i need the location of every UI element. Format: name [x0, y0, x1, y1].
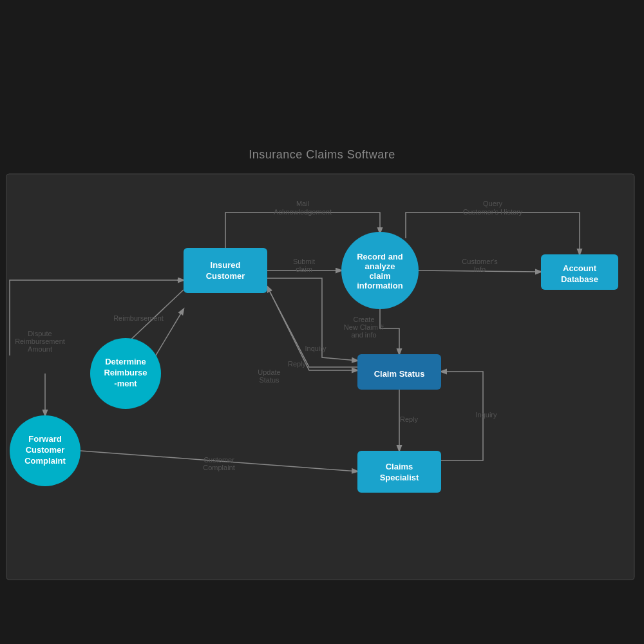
update-status-label2: Status	[259, 376, 279, 384]
mail-ack-label: Mail	[296, 200, 309, 207]
create-claim-label: Create	[353, 316, 374, 323]
dispute-label: Dispute	[28, 330, 52, 337]
inquiry1-label: Inquiry	[305, 345, 327, 352]
query-history-label: Query	[483, 200, 502, 207]
customers-info-label: Customer's	[462, 258, 498, 265]
customer-complaint-label2: Complaint	[203, 464, 235, 471]
claims-specialist-label1: Claims	[386, 462, 413, 471]
create-claim-label3: and info	[351, 331, 376, 339]
forward-complaint-label3: Complaint	[24, 456, 66, 466]
determine-reimbursement-label3: -ment	[114, 379, 137, 388]
claims-specialist-node[interactable]	[357, 451, 441, 493]
record-analyze-label4: information	[357, 281, 403, 290]
record-analyze-label3: claim	[369, 271, 390, 281]
reply1-label: Reply	[288, 360, 307, 368]
dispute-label2: Reimbursement	[15, 337, 65, 345]
record-analyze-label2: analyze	[365, 261, 395, 271]
determine-reimbursement-label2: Reimburse	[104, 368, 147, 377]
mail-ack-label2: Acknowledgement	[274, 208, 332, 216]
insured-customer-label1: Insured	[211, 260, 241, 270]
record-analyze-label1: Record and	[357, 252, 403, 261]
insured-customer-node[interactable]	[184, 248, 267, 293]
customer-complaint-label: Customer	[204, 456, 234, 464]
claims-specialist-label2: Specialist	[380, 473, 419, 482]
create-claim-label2: New Claim #	[344, 323, 384, 331]
reply2-label: Reply	[400, 415, 419, 423]
dispute-label3: Amount	[28, 345, 52, 353]
diagram-canvas: Insurance Claims Software	[0, 0, 644, 644]
determine-reimbursement-label1: Determine	[105, 357, 146, 366]
submit-claim-label: Submit	[293, 258, 315, 265]
forward-complaint-label2: Customer	[26, 445, 65, 455]
insured-customer-label2: Customer	[206, 271, 245, 281]
account-database-label1: Account	[563, 263, 597, 273]
update-status-label: Update	[258, 368, 280, 376]
claim-status-label: Claim Status	[374, 369, 425, 379]
query-history-label2: Customer's History	[463, 208, 523, 216]
inquiry2-label: Inquiry	[475, 411, 497, 419]
customers-info-label2: Info	[474, 265, 486, 273]
reimbursement-label: Reimbursement	[113, 314, 164, 322]
submit-claim-label2: claim	[296, 265, 312, 273]
account-database-label2: Database	[561, 274, 598, 284]
forward-complaint-label1: Forward	[28, 434, 61, 444]
